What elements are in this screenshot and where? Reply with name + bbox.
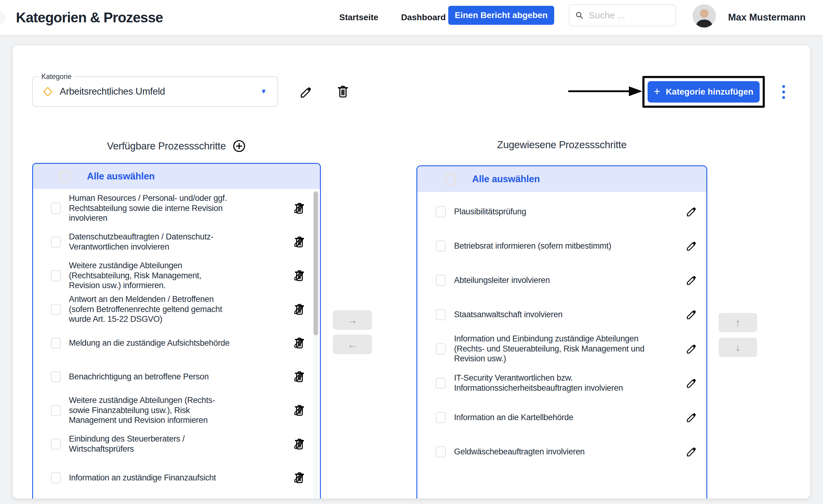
process-step-checkbox[interactable]	[436, 240, 446, 252]
process-step-checkbox[interactable]	[51, 236, 61, 248]
edit-step-button[interactable]	[685, 377, 698, 389]
pencil-icon	[685, 274, 698, 286]
process-step-row: Datenschutzbeauftragten / Datenschutz- V…	[33, 225, 320, 259]
main-nav: Startseite Dashboard	[339, 0, 446, 35]
process-step-label: Plausibilitätsprüfung	[454, 207, 677, 217]
delete-step-button[interactable]	[293, 404, 306, 417]
edit-step-button[interactable]	[685, 274, 698, 286]
process-step-checkbox[interactable]	[51, 337, 61, 349]
delete-step-button[interactable]	[293, 303, 306, 316]
edit-category-button[interactable]	[299, 85, 313, 99]
select-all-checkbox[interactable]	[60, 171, 70, 182]
avatar[interactable]	[693, 4, 716, 28]
process-step-label: Betriebsrat informieren (sofern mitbesti…	[454, 241, 677, 251]
delete-step-button[interactable]	[293, 202, 306, 215]
delete-category-button[interactable]	[336, 85, 350, 99]
process-step-label: Einbindung des Steuerberaters / Wirtscha…	[69, 434, 285, 454]
process-step-row: Information an die Kartellbehörde	[417, 400, 706, 435]
trash-icon	[293, 404, 306, 417]
submit-report-button[interactable]: Einen Bericht abgeben	[448, 6, 554, 25]
process-step-row: Einbindung des Steuerberaters / Wirtscha…	[33, 427, 320, 461]
delete-step-button[interactable]	[293, 337, 306, 349]
category-select[interactable]: Kategorie Arbeitsrechtliches Umfeld ▼	[32, 76, 278, 107]
annotation-arrow	[568, 85, 644, 98]
trash-icon	[293, 303, 306, 316]
process-step-label: Benachrichtigung an betroffene Person	[69, 372, 285, 382]
process-step-label: Staatsanwaltschaft involvieren	[454, 310, 677, 320]
process-step-checkbox[interactable]	[436, 309, 446, 320]
delete-step-button[interactable]	[293, 438, 306, 451]
edit-step-button[interactable]	[685, 446, 698, 458]
process-step-row: Antwort an den Meldenden / Betroffenen (…	[33, 293, 320, 326]
process-step-checkbox[interactable]	[51, 304, 61, 315]
nav-startseite[interactable]: Startseite	[339, 13, 378, 22]
add-step-button[interactable]	[232, 139, 246, 153]
pencil-icon	[685, 240, 698, 252]
pencil-icon	[685, 343, 698, 355]
edit-step-button[interactable]	[685, 308, 698, 321]
trash-icon	[293, 235, 306, 248]
process-step-checkbox[interactable]	[51, 439, 61, 450]
move-up-button[interactable]: ↑	[718, 313, 757, 332]
edit-step-button[interactable]	[685, 205, 698, 218]
search-box[interactable]	[569, 4, 676, 26]
search-input[interactable]	[589, 10, 670, 20]
partial-logo	[0, 12, 5, 25]
process-step-row: Betriebsrat informieren (sofern mitbesti…	[417, 229, 706, 263]
delete-step-button[interactable]	[293, 269, 306, 282]
process-step-checkbox[interactable]	[436, 275, 446, 286]
process-step-row: Geldwäschebeauftragten involvieren	[417, 435, 706, 469]
trash-icon	[336, 85, 350, 99]
edit-step-button[interactable]	[685, 411, 698, 424]
process-step-checkbox[interactable]	[436, 377, 446, 389]
process-step-checkbox[interactable]	[436, 412, 446, 423]
process-step-checkbox[interactable]	[51, 405, 61, 416]
process-step-row: Abteilungsleiter involvieren	[417, 263, 706, 297]
process-step-checkbox[interactable]	[436, 446, 446, 458]
scrollbar-thumb[interactable]	[314, 191, 318, 335]
select-all-label: Alle auswählen	[87, 171, 155, 182]
pencil-icon	[299, 85, 313, 99]
avatar-photo	[693, 4, 716, 28]
delete-step-button[interactable]	[293, 370, 306, 383]
select-all-checkbox[interactable]	[446, 174, 456, 185]
pencil-icon	[685, 308, 698, 321]
add-category-button[interactable]: + Kategorie hinzufügen	[648, 81, 760, 103]
process-step-row: Plausibilitätsprüfung	[417, 194, 706, 229]
trash-icon	[293, 202, 306, 215]
page-title: Kategorien & Prozesse	[16, 0, 163, 35]
move-right-button[interactable]: →	[333, 310, 372, 330]
available-select-all-row: Alle auswählen	[33, 164, 320, 189]
nav-dashboard[interactable]: Dashboard	[401, 13, 446, 22]
category-selected-value: Arbeitsrechtliches Umfeld	[60, 86, 252, 97]
process-step-label: Information und Einbindung zuständige Ab…	[454, 334, 677, 364]
pencil-icon	[685, 411, 698, 424]
assigned-steps-title: Zugewiesene Prozessschritte	[417, 139, 707, 151]
edit-step-button[interactable]	[685, 240, 698, 252]
process-step-checkbox[interactable]	[51, 371, 61, 382]
process-step-checkbox[interactable]	[436, 206, 446, 217]
process-step-label: Antwort an den Meldenden / Betroffenen (…	[69, 294, 285, 325]
delete-step-button[interactable]	[293, 471, 306, 484]
process-step-row: Information und Einbindung zuständige Ab…	[417, 332, 706, 366]
more-options-button[interactable]	[776, 84, 791, 100]
pencil-icon	[685, 205, 698, 218]
process-step-row: Staatsanwaltschaft involvieren	[417, 297, 706, 332]
process-step-row: IT-Security Verantwortlichen bzw. Inform…	[417, 366, 706, 400]
process-step-row: Meldung an die zuständige Aufsichtsbehör…	[33, 326, 320, 360]
process-step-checkbox[interactable]	[51, 472, 61, 484]
process-step-checkbox[interactable]	[51, 203, 61, 214]
process-step-checkbox[interactable]	[51, 270, 61, 282]
delete-step-button[interactable]	[293, 235, 306, 248]
category-select-inner: Arbeitsrechtliches Umfeld ▼	[33, 77, 277, 106]
assigned-select-all-row: Alle auswählen	[417, 166, 706, 192]
move-down-button[interactable]: ↓	[718, 338, 757, 357]
process-step-row: Weitere zuständige Abteilungen (Rechtsab…	[33, 259, 320, 293]
process-step-checkbox[interactable]	[436, 343, 446, 355]
process-step-row: Weitere zuständige Abteilungen (Rechts- …	[33, 393, 320, 427]
search-icon	[575, 10, 584, 20]
edit-step-button[interactable]	[685, 343, 698, 355]
process-step-label: Information an zuständige Finanzaufsicht	[69, 473, 285, 483]
plus-circle-icon	[232, 139, 246, 153]
move-left-button[interactable]: ←	[333, 335, 372, 354]
